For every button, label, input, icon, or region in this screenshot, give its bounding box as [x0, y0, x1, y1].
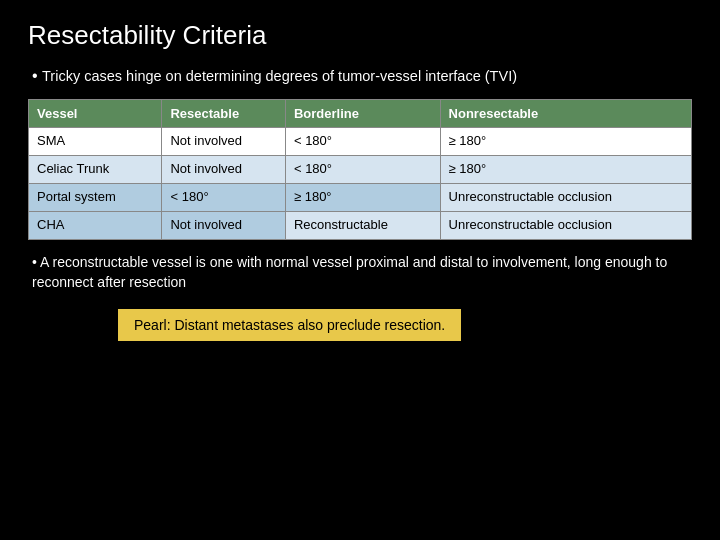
pearl-box: Pearl: Distant metastases also preclude …	[118, 309, 461, 341]
intro-bullet: Tricky cases hinge on determining degree…	[28, 65, 692, 87]
cell-vessel: SMA	[29, 128, 162, 156]
cell-nonresectable: Unreconstructable occlusion	[440, 184, 691, 212]
table-row: CHA Not involved Reconstructable Unrecon…	[29, 212, 692, 240]
cell-borderline: < 180°	[285, 128, 440, 156]
cell-nonresectable: Unreconstructable occlusion	[440, 212, 691, 240]
cell-resectable: Not involved	[162, 212, 285, 240]
cell-resectable: Not involved	[162, 128, 285, 156]
page-title: Resectability Criteria	[28, 20, 692, 51]
cell-borderline: < 180°	[285, 156, 440, 184]
table-header-row: Vessel Resectable Borderline Nonresectab…	[29, 100, 692, 128]
cell-nonresectable: ≥ 180°	[440, 128, 691, 156]
cell-resectable: Not involved	[162, 156, 285, 184]
reconstructable-bullet: A reconstructable vessel is one with nor…	[28, 252, 692, 293]
col-resectable: Resectable	[162, 100, 285, 128]
cell-vessel: Portal system	[29, 184, 162, 212]
cell-borderline: Reconstructable	[285, 212, 440, 240]
cell-borderline: ≥ 180°	[285, 184, 440, 212]
cell-nonresectable: ≥ 180°	[440, 156, 691, 184]
table-row: Celiac Trunk Not involved < 180° ≥ 180°	[29, 156, 692, 184]
cell-resectable: < 180°	[162, 184, 285, 212]
cell-vessel: Celiac Trunk	[29, 156, 162, 184]
table-row: Portal system < 180° ≥ 180° Unreconstruc…	[29, 184, 692, 212]
col-borderline: Borderline	[285, 100, 440, 128]
table-row: SMA Not involved < 180° ≥ 180°	[29, 128, 692, 156]
resectability-table: Vessel Resectable Borderline Nonresectab…	[28, 99, 692, 240]
cell-vessel: CHA	[29, 212, 162, 240]
col-vessel: Vessel	[29, 100, 162, 128]
col-nonresectable: Nonresectable	[440, 100, 691, 128]
